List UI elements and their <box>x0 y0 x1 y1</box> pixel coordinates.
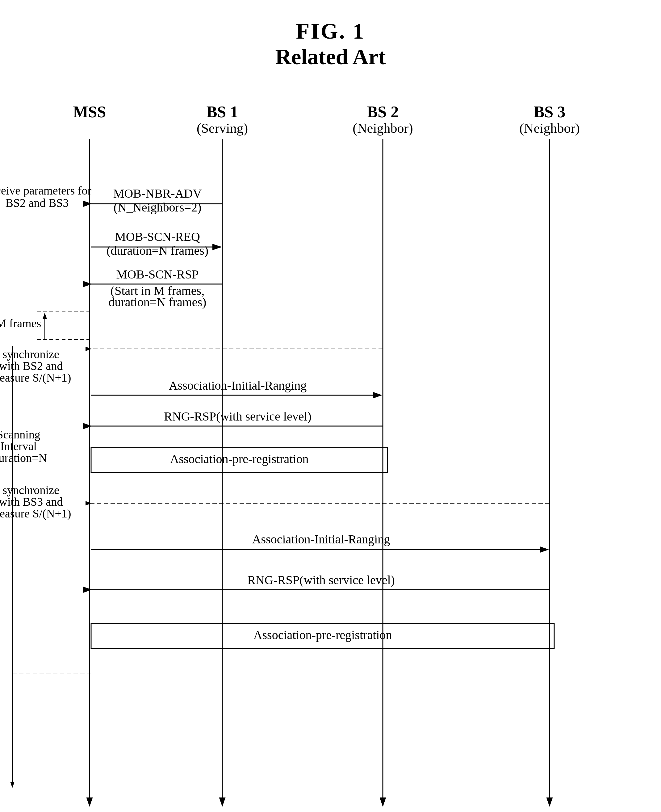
svg-text:RNG-RSP(with service level): RNG-RSP(with service level) <box>164 409 311 423</box>
svg-text:MOB-SCN-RSP: MOB-SCN-RSP <box>117 267 199 281</box>
svg-text:Duration=N: Duration=N <box>0 451 47 464</box>
svg-text:M frames: M frames <box>0 317 41 330</box>
svg-text:Association-Initial-Ranging: Association-Initial-Ranging <box>169 378 307 392</box>
svg-text:MOB-SCN-REQ: MOB-SCN-REQ <box>115 230 200 244</box>
svg-text:Interval: Interval <box>0 440 37 453</box>
svg-text:MSS: MSS <box>73 103 106 121</box>
svg-text:(Serving): (Serving) <box>197 121 248 136</box>
svg-text:Association-pre-registration: Association-pre-registration <box>254 628 392 642</box>
svg-text:(N_Neighbors=2): (N_Neighbors=2) <box>113 200 201 214</box>
svg-text:measure S/(N+1): measure S/(N+1) <box>0 507 71 520</box>
svg-text:(Neighbor): (Neighbor) <box>519 121 580 136</box>
svg-text:BS 3: BS 3 <box>534 103 565 121</box>
svg-text:synchronize: synchronize <box>2 348 59 361</box>
title-section: FIG. 1 Related Art <box>0 0 661 88</box>
svg-text:BS2 and BS3: BS2 and BS3 <box>6 196 69 209</box>
svg-text:Association-Initial-Ranging: Association-Initial-Ranging <box>252 532 390 546</box>
svg-text:(duration=N frames): (duration=N frames) <box>107 244 208 257</box>
figure-subtitle: Related Art <box>0 44 661 70</box>
svg-text:Receive parameters for: Receive parameters for <box>0 184 92 197</box>
svg-text:synchronize: synchronize <box>2 483 59 496</box>
svg-text:measure S/(N+1): measure S/(N+1) <box>0 371 71 384</box>
svg-text:MOB-NBR-ADV: MOB-NBR-ADV <box>113 187 202 200</box>
page: FIG. 1 Related Art MSS BS 1 (Serving) BS… <box>0 0 661 812</box>
svg-text:with BS2 and: with BS2 and <box>0 359 63 372</box>
svg-text:RNG-RSP(with service level): RNG-RSP(with service level) <box>247 573 395 587</box>
figure-title: FIG. 1 <box>0 19 661 44</box>
svg-text:(Neighbor): (Neighbor) <box>353 121 413 136</box>
svg-text:BS 2: BS 2 <box>367 103 399 121</box>
svg-text:Scanning: Scanning <box>0 428 40 441</box>
svg-text:BS 1: BS 1 <box>206 103 238 121</box>
svg-text:duration=N frames): duration=N frames) <box>109 295 206 309</box>
svg-text:with BS3 and: with BS3 and <box>0 495 63 508</box>
svg-text:Association-pre-registration: Association-pre-registration <box>170 452 309 466</box>
sequence-diagram: MSS BS 1 (Serving) BS 2 (Neighbor) BS 3 … <box>0 99 661 812</box>
diagram-area: MSS BS 1 (Serving) BS 2 (Neighbor) BS 3 … <box>0 99 661 812</box>
